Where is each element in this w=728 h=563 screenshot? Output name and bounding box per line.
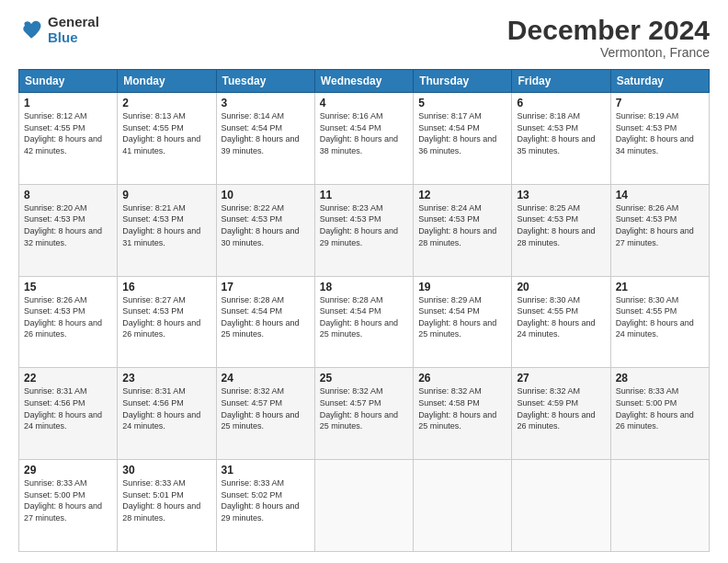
location: Vermonton, France (507, 45, 710, 60)
sunset-label: Sunset: 4:53 PM (616, 123, 677, 132)
daylight-label: Daylight: 8 hours and 24 minutes. (24, 410, 102, 431)
sunrise-label: Sunrise: 8:29 AM (418, 295, 482, 304)
day-number: 10 (222, 189, 310, 201)
day-info: Sunrise: 8:27 AM Sunset: 4:53 PM Dayligh… (122, 294, 210, 340)
daylight-label: Daylight: 8 hours and 25 minutes. (222, 318, 300, 339)
day-info: Sunrise: 8:26 AM Sunset: 4:53 PM Dayligh… (616, 202, 704, 248)
table-row (314, 460, 413, 552)
table-row: 24 Sunrise: 8:32 AM Sunset: 4:57 PM Dayl… (216, 368, 314, 460)
logo-icon (18, 17, 44, 43)
sunset-label: Sunset: 4:57 PM (320, 398, 381, 408)
sunset-label: Sunset: 5:02 PM (222, 490, 283, 500)
sunset-label: Sunset: 4:56 PM (122, 398, 184, 408)
daylight-label: Daylight: 8 hours and 24 minutes. (616, 318, 694, 339)
day-number: 6 (517, 97, 605, 109)
table-row: 27 Sunrise: 8:32 AM Sunset: 4:59 PM Dayl… (512, 368, 610, 460)
day-number: 26 (418, 372, 506, 385)
sunrise-label: Sunrise: 8:25 AM (517, 203, 580, 213)
month-title: December 2024 (507, 15, 710, 45)
sunrise-label: Sunrise: 8:32 AM (222, 386, 285, 396)
table-row: 16 Sunrise: 8:27 AM Sunset: 4:53 PM Dayl… (118, 276, 216, 368)
header-tuesday: Tuesday (216, 70, 314, 93)
day-number: 17 (222, 281, 310, 293)
day-info: Sunrise: 8:31 AM Sunset: 4:56 PM Dayligh… (24, 385, 112, 431)
table-row: 29 Sunrise: 8:33 AM Sunset: 5:00 PM Dayl… (19, 460, 118, 552)
daylight-label: Daylight: 8 hours and 38 minutes. (320, 134, 398, 155)
sunset-label: Sunset: 5:00 PM (616, 398, 677, 408)
sunrise-label: Sunrise: 8:16 AM (320, 111, 383, 121)
day-info: Sunrise: 8:28 AM Sunset: 4:54 PM Dayligh… (320, 294, 408, 340)
sunrise-label: Sunrise: 8:32 AM (320, 386, 383, 396)
table-row: 28 Sunrise: 8:33 AM Sunset: 5:00 PM Dayl… (610, 368, 709, 460)
title-block: December 2024 Vermonton, France (507, 15, 710, 60)
daylight-label: Daylight: 8 hours and 25 minutes. (320, 410, 398, 431)
daylight-label: Daylight: 8 hours and 34 minutes. (616, 134, 694, 155)
day-number: 12 (418, 189, 506, 201)
daylight-label: Daylight: 8 hours and 25 minutes. (418, 318, 496, 339)
table-row: 12 Sunrise: 8:24 AM Sunset: 4:53 PM Dayl… (414, 184, 512, 276)
day-number: 27 (517, 372, 605, 385)
day-info: Sunrise: 8:14 AM Sunset: 4:54 PM Dayligh… (222, 110, 310, 156)
page: General Blue December 2024 Vermonton, Fr… (0, 0, 728, 563)
day-info: Sunrise: 8:32 AM Sunset: 4:59 PM Dayligh… (517, 385, 605, 431)
daylight-label: Daylight: 8 hours and 26 minutes. (122, 318, 200, 339)
daylight-label: Daylight: 8 hours and 31 minutes. (122, 226, 200, 247)
table-row: 4 Sunrise: 8:16 AM Sunset: 4:54 PM Dayli… (314, 93, 413, 185)
day-number: 30 (122, 464, 210, 477)
daylight-label: Daylight: 8 hours and 30 minutes. (222, 226, 300, 247)
daylight-label: Daylight: 8 hours and 36 minutes. (418, 134, 496, 155)
daylight-label: Daylight: 8 hours and 26 minutes. (24, 318, 102, 339)
sunrise-label: Sunrise: 8:27 AM (122, 295, 186, 304)
table-row: 18 Sunrise: 8:28 AM Sunset: 4:54 PM Dayl… (314, 276, 413, 368)
day-info: Sunrise: 8:33 AM Sunset: 5:00 PM Dayligh… (616, 385, 704, 431)
daylight-label: Daylight: 8 hours and 25 minutes. (418, 410, 496, 431)
day-info: Sunrise: 8:32 AM Sunset: 4:58 PM Dayligh… (418, 385, 506, 431)
sunset-label: Sunset: 4:55 PM (24, 123, 85, 132)
sunrise-label: Sunrise: 8:20 AM (24, 203, 87, 213)
day-number: 13 (517, 189, 605, 201)
daylight-label: Daylight: 8 hours and 27 minutes. (24, 501, 102, 523)
sunset-label: Sunset: 4:59 PM (517, 398, 578, 408)
sunset-label: Sunset: 4:55 PM (122, 123, 184, 132)
sunrise-label: Sunrise: 8:33 AM (122, 478, 186, 488)
table-row: 6 Sunrise: 8:18 AM Sunset: 4:53 PM Dayli… (512, 93, 610, 185)
table-row: 23 Sunrise: 8:31 AM Sunset: 4:56 PM Dayl… (118, 368, 216, 460)
sunrise-label: Sunrise: 8:33 AM (222, 478, 285, 488)
day-number: 11 (320, 189, 408, 201)
sunset-label: Sunset: 4:54 PM (222, 306, 283, 316)
sunset-label: Sunset: 4:53 PM (222, 214, 283, 224)
table-row: 26 Sunrise: 8:32 AM Sunset: 4:58 PM Dayl… (414, 368, 512, 460)
day-number: 3 (222, 97, 310, 109)
table-row: 10 Sunrise: 8:22 AM Sunset: 4:53 PM Dayl… (216, 184, 314, 276)
sunset-label: Sunset: 4:55 PM (517, 306, 578, 316)
header-thursday: Thursday (414, 70, 512, 93)
table-row: 7 Sunrise: 8:19 AM Sunset: 4:53 PM Dayli… (610, 93, 709, 185)
table-row: 31 Sunrise: 8:33 AM Sunset: 5:02 PM Dayl… (216, 460, 314, 552)
sunrise-label: Sunrise: 8:19 AM (616, 111, 679, 121)
day-info: Sunrise: 8:28 AM Sunset: 4:54 PM Dayligh… (222, 294, 310, 340)
sunrise-label: Sunrise: 8:30 AM (517, 295, 580, 304)
sunrise-label: Sunrise: 8:12 AM (24, 111, 87, 121)
daylight-label: Daylight: 8 hours and 26 minutes. (616, 410, 694, 431)
sunrise-label: Sunrise: 8:32 AM (418, 386, 482, 396)
day-number: 2 (122, 97, 210, 109)
header-row: Sunday Monday Tuesday Wednesday Thursday… (19, 70, 710, 93)
day-info: Sunrise: 8:13 AM Sunset: 4:55 PM Dayligh… (122, 110, 210, 156)
sunrise-label: Sunrise: 8:31 AM (122, 386, 186, 396)
sunset-label: Sunset: 4:53 PM (24, 214, 85, 224)
sunset-label: Sunset: 5:00 PM (24, 490, 85, 500)
day-info: Sunrise: 8:25 AM Sunset: 4:53 PM Dayligh… (517, 202, 605, 248)
day-info: Sunrise: 8:16 AM Sunset: 4:54 PM Dayligh… (320, 110, 408, 156)
day-number: 22 (24, 372, 112, 385)
sunset-label: Sunset: 4:53 PM (418, 214, 480, 224)
sunrise-label: Sunrise: 8:21 AM (122, 203, 186, 213)
day-number: 21 (616, 281, 704, 293)
daylight-label: Daylight: 8 hours and 24 minutes. (517, 318, 595, 339)
day-number: 25 (320, 372, 408, 385)
calendar-table: Sunday Monday Tuesday Wednesday Thursday… (18, 69, 710, 552)
logo-blue: Blue (48, 30, 99, 46)
sunrise-label: Sunrise: 8:33 AM (616, 386, 679, 396)
sunset-label: Sunset: 4:53 PM (517, 214, 578, 224)
sunset-label: Sunset: 4:53 PM (24, 306, 85, 316)
sunset-label: Sunset: 4:53 PM (517, 123, 578, 132)
